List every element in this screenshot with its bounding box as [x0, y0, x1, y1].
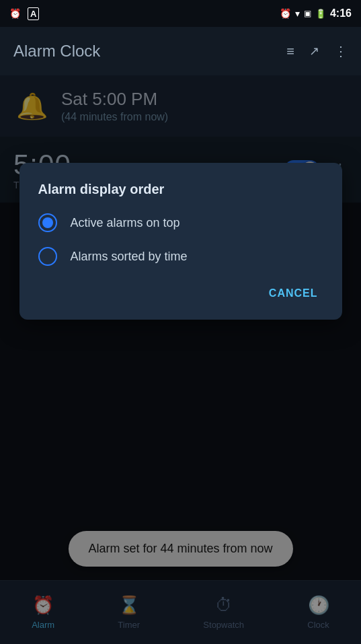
- status-bar: ⏰ A ⏰ ▾ ▣ 🔋 4:16: [0, 0, 361, 27]
- alarm-display-order-dialog: Alarm display order Active alarms on top…: [19, 163, 342, 320]
- dialog-actions: CANCEL: [38, 281, 323, 306]
- trending-up-icon[interactable]: ↗: [309, 44, 319, 59]
- alarm-indicator-icon: ⏰: [280, 8, 291, 19]
- radio-option-sorted[interactable]: Alarms sorted by time: [38, 247, 323, 266]
- dialog-title: Alarm display order: [38, 182, 323, 197]
- radio-option-active-alarms[interactable]: Active alarms on top: [38, 213, 323, 232]
- wifi-icon: ▾: [295, 8, 300, 19]
- radio-label-active-alarms: Active alarms on top: [71, 216, 180, 230]
- status-bar-left: ⏰ A: [9, 7, 39, 20]
- signal-icon: ▣: [304, 9, 311, 18]
- radio-circle-active: [38, 213, 57, 232]
- cancel-button[interactable]: CANCEL: [264, 281, 323, 306]
- more-vert-icon[interactable]: ⋮: [334, 43, 348, 59]
- status-bar-right: ⏰ ▾ ▣ 🔋 4:16: [280, 7, 352, 20]
- header-icons: ≡ ↗ ⋮: [286, 43, 348, 59]
- battery-icon: 🔋: [315, 9, 326, 19]
- dialog-overlay: Alarm display order Active alarms on top…: [0, 75, 361, 644]
- radio-circle-sorted: [38, 247, 57, 266]
- radio-inner-active: [42, 217, 53, 228]
- status-time: 4:16: [330, 7, 352, 20]
- list-icon[interactable]: ≡: [286, 44, 294, 59]
- radio-label-sorted: Alarms sorted by time: [71, 250, 188, 264]
- keyboard-icon: A: [28, 7, 39, 20]
- alarm-status-left-icon: ⏰: [9, 8, 21, 19]
- app-title: Alarm Clock: [13, 42, 100, 61]
- app-header: Alarm Clock ≡ ↗ ⋮: [0, 27, 361, 75]
